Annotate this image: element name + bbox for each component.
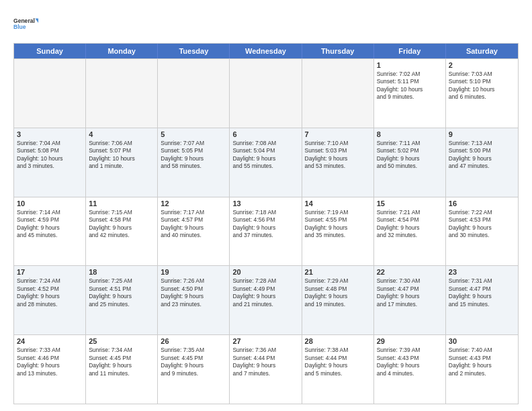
day-number-17: 17 bbox=[17, 268, 83, 276]
day-cell-5: 5Sunrise: 7:07 AM Sunset: 5:05 PM Daylig… bbox=[158, 128, 230, 197]
day-cell-26: 26Sunrise: 7:35 AM Sunset: 4:45 PM Dayli… bbox=[158, 335, 230, 404]
week-row-3: 10Sunrise: 7:14 AM Sunset: 4:59 PM Dayli… bbox=[14, 197, 518, 266]
day-cell-25: 25Sunrise: 7:34 AM Sunset: 4:45 PM Dayli… bbox=[86, 335, 158, 404]
day-detail-21: Sunrise: 7:29 AM Sunset: 4:48 PM Dayligh… bbox=[305, 277, 371, 308]
day-cell-9: 9Sunrise: 7:13 AM Sunset: 5:00 PM Daylig… bbox=[446, 128, 518, 197]
day-detail-16: Sunrise: 7:22 AM Sunset: 4:53 PM Dayligh… bbox=[449, 209, 515, 240]
empty-cell-w0-c0 bbox=[14, 59, 86, 128]
header-cell-monday: Monday bbox=[86, 44, 158, 58]
day-detail-5: Sunrise: 7:07 AM Sunset: 5:05 PM Dayligh… bbox=[161, 140, 226, 171]
day-detail-22: Sunrise: 7:30 AM Sunset: 4:47 PM Dayligh… bbox=[377, 277, 443, 308]
calendar-header-row: SundayMondayTuesdayWednesdayThursdayFrid… bbox=[14, 44, 518, 58]
day-number-5: 5 bbox=[161, 130, 226, 138]
day-number-2: 2 bbox=[449, 61, 515, 69]
day-detail-12: Sunrise: 7:17 AM Sunset: 4:57 PM Dayligh… bbox=[161, 209, 226, 240]
day-cell-8: 8Sunrise: 7:11 AM Sunset: 5:02 PM Daylig… bbox=[374, 128, 446, 197]
day-detail-7: Sunrise: 7:10 AM Sunset: 5:03 PM Dayligh… bbox=[305, 140, 371, 171]
day-number-28: 28 bbox=[305, 337, 371, 345]
header: General Blue bbox=[13, 11, 519, 36]
day-number-10: 10 bbox=[17, 199, 83, 208]
day-number-21: 21 bbox=[305, 268, 371, 276]
day-cell-19: 19Sunrise: 7:26 AM Sunset: 4:50 PM Dayli… bbox=[158, 266, 230, 334]
day-detail-26: Sunrise: 7:35 AM Sunset: 4:45 PM Dayligh… bbox=[161, 347, 226, 377]
day-number-12: 12 bbox=[161, 199, 226, 208]
day-detail-8: Sunrise: 7:11 AM Sunset: 5:02 PM Dayligh… bbox=[377, 140, 443, 171]
day-detail-13: Sunrise: 7:18 AM Sunset: 4:56 PM Dayligh… bbox=[232, 209, 298, 240]
day-cell-12: 12Sunrise: 7:17 AM Sunset: 4:57 PM Dayli… bbox=[158, 197, 230, 266]
calendar: SundayMondayTuesdayWednesdayThursdayFrid… bbox=[13, 43, 519, 404]
day-number-1: 1 bbox=[377, 61, 443, 69]
day-cell-20: 20Sunrise: 7:28 AM Sunset: 4:49 PM Dayli… bbox=[230, 266, 302, 334]
week-row-1: 1Sunrise: 7:02 AM Sunset: 5:11 PM Daylig… bbox=[14, 58, 518, 128]
day-number-15: 15 bbox=[377, 199, 443, 208]
svg-marker-1 bbox=[35, 18, 38, 23]
header-cell-friday: Friday bbox=[374, 44, 446, 58]
week-row-2: 3Sunrise: 7:04 AM Sunset: 5:08 PM Daylig… bbox=[14, 128, 518, 197]
day-cell-29: 29Sunrise: 7:39 AM Sunset: 4:43 PM Dayli… bbox=[374, 335, 446, 404]
day-cell-3: 3Sunrise: 7:04 AM Sunset: 5:08 PM Daylig… bbox=[14, 128, 86, 197]
day-number-20: 20 bbox=[232, 268, 298, 276]
day-detail-2: Sunrise: 7:03 AM Sunset: 5:10 PM Dayligh… bbox=[449, 71, 515, 101]
day-cell-6: 6Sunrise: 7:08 AM Sunset: 5:04 PM Daylig… bbox=[230, 128, 302, 197]
week-row-4: 17Sunrise: 7:24 AM Sunset: 4:52 PM Dayli… bbox=[14, 265, 518, 334]
empty-cell-w0-c4 bbox=[302, 59, 374, 128]
day-number-29: 29 bbox=[377, 337, 443, 345]
day-detail-24: Sunrise: 7:33 AM Sunset: 4:46 PM Dayligh… bbox=[17, 347, 83, 377]
header-cell-sunday: Sunday bbox=[14, 44, 86, 58]
day-detail-3: Sunrise: 7:04 AM Sunset: 5:08 PM Dayligh… bbox=[17, 140, 83, 171]
day-cell-21: 21Sunrise: 7:29 AM Sunset: 4:48 PM Dayli… bbox=[302, 266, 374, 334]
page: General Blue SundayMondayTuesdayWednesda… bbox=[0, 0, 532, 411]
header-cell-thursday: Thursday bbox=[302, 44, 374, 58]
day-number-7: 7 bbox=[305, 130, 371, 138]
day-detail-4: Sunrise: 7:06 AM Sunset: 5:07 PM Dayligh… bbox=[89, 140, 154, 171]
day-number-6: 6 bbox=[232, 130, 298, 138]
day-detail-27: Sunrise: 7:36 AM Sunset: 4:44 PM Dayligh… bbox=[232, 347, 298, 377]
svg-text:Blue: Blue bbox=[13, 24, 26, 30]
day-detail-28: Sunrise: 7:38 AM Sunset: 4:44 PM Dayligh… bbox=[305, 347, 371, 377]
day-detail-20: Sunrise: 7:28 AM Sunset: 4:49 PM Dayligh… bbox=[232, 277, 298, 308]
day-detail-23: Sunrise: 7:31 AM Sunset: 4:47 PM Dayligh… bbox=[449, 277, 515, 308]
logo-svg: General Blue bbox=[13, 11, 39, 36]
day-cell-22: 22Sunrise: 7:30 AM Sunset: 4:47 PM Dayli… bbox=[374, 266, 446, 334]
day-detail-10: Sunrise: 7:14 AM Sunset: 4:59 PM Dayligh… bbox=[17, 209, 83, 240]
calendar-body: 1Sunrise: 7:02 AM Sunset: 5:11 PM Daylig… bbox=[14, 58, 518, 404]
day-number-23: 23 bbox=[449, 268, 515, 276]
empty-cell-w0-c1 bbox=[86, 59, 158, 128]
day-detail-29: Sunrise: 7:39 AM Sunset: 4:43 PM Dayligh… bbox=[377, 347, 443, 377]
day-cell-30: 30Sunrise: 7:40 AM Sunset: 4:43 PM Dayli… bbox=[446, 335, 518, 404]
day-number-22: 22 bbox=[377, 268, 443, 276]
day-detail-14: Sunrise: 7:19 AM Sunset: 4:55 PM Dayligh… bbox=[305, 209, 371, 240]
day-detail-9: Sunrise: 7:13 AM Sunset: 5:00 PM Dayligh… bbox=[449, 140, 515, 171]
day-cell-16: 16Sunrise: 7:22 AM Sunset: 4:53 PM Dayli… bbox=[446, 197, 518, 266]
day-cell-4: 4Sunrise: 7:06 AM Sunset: 5:07 PM Daylig… bbox=[86, 128, 158, 197]
empty-cell-w0-c2 bbox=[158, 59, 230, 128]
day-detail-18: Sunrise: 7:25 AM Sunset: 4:51 PM Dayligh… bbox=[89, 277, 154, 308]
day-cell-7: 7Sunrise: 7:10 AM Sunset: 5:03 PM Daylig… bbox=[302, 128, 374, 197]
day-number-11: 11 bbox=[89, 199, 154, 208]
day-number-8: 8 bbox=[377, 130, 443, 138]
day-number-25: 25 bbox=[89, 337, 154, 345]
day-number-14: 14 bbox=[305, 199, 371, 208]
day-detail-30: Sunrise: 7:40 AM Sunset: 4:43 PM Dayligh… bbox=[449, 347, 515, 377]
day-cell-10: 10Sunrise: 7:14 AM Sunset: 4:59 PM Dayli… bbox=[14, 197, 86, 266]
day-number-18: 18 bbox=[89, 268, 154, 276]
day-detail-6: Sunrise: 7:08 AM Sunset: 5:04 PM Dayligh… bbox=[232, 140, 298, 171]
day-cell-1: 1Sunrise: 7:02 AM Sunset: 5:11 PM Daylig… bbox=[374, 59, 446, 128]
day-number-19: 19 bbox=[161, 268, 226, 276]
day-number-9: 9 bbox=[449, 130, 515, 138]
day-cell-24: 24Sunrise: 7:33 AM Sunset: 4:46 PM Dayli… bbox=[14, 335, 86, 404]
logo: General Blue bbox=[13, 11, 39, 36]
day-number-4: 4 bbox=[89, 130, 154, 138]
day-cell-11: 11Sunrise: 7:15 AM Sunset: 4:58 PM Dayli… bbox=[86, 197, 158, 266]
day-detail-19: Sunrise: 7:26 AM Sunset: 4:50 PM Dayligh… bbox=[161, 277, 226, 308]
day-cell-27: 27Sunrise: 7:36 AM Sunset: 4:44 PM Dayli… bbox=[230, 335, 302, 404]
header-cell-tuesday: Tuesday bbox=[158, 44, 230, 58]
day-detail-11: Sunrise: 7:15 AM Sunset: 4:58 PM Dayligh… bbox=[89, 209, 154, 240]
day-cell-15: 15Sunrise: 7:21 AM Sunset: 4:54 PM Dayli… bbox=[374, 197, 446, 266]
empty-cell-w0-c3 bbox=[230, 59, 302, 128]
day-detail-1: Sunrise: 7:02 AM Sunset: 5:11 PM Dayligh… bbox=[377, 71, 443, 101]
header-cell-saturday: Saturday bbox=[446, 44, 518, 58]
day-detail-17: Sunrise: 7:24 AM Sunset: 4:52 PM Dayligh… bbox=[17, 277, 83, 308]
day-number-13: 13 bbox=[232, 199, 298, 208]
day-cell-14: 14Sunrise: 7:19 AM Sunset: 4:55 PM Dayli… bbox=[302, 197, 374, 266]
